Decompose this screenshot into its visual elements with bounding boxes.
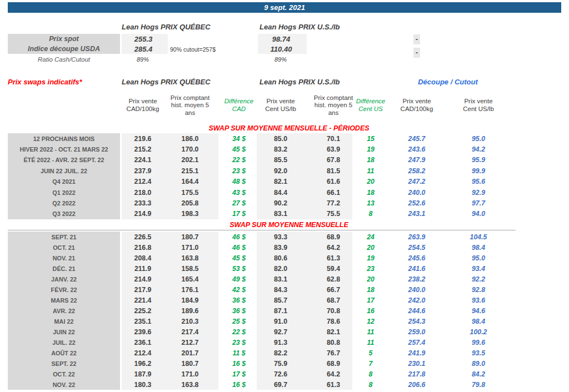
cell-prix-comptant-cad: 164.4 [182,177,199,187]
cell-difference-us: 24 [367,232,375,242]
cell-prix-comptant-cad: 205.8 [182,198,199,208]
cell-cutout-vente-us: 95.0 [472,133,485,144]
cell-difference-cad: 46 $ [232,242,246,253]
cell-cutout-vente-cad: 243.1 [408,209,426,219]
ratio-us-value: 89% [274,55,287,64]
swaps-us-header: Lean Hogs PRIX U.S./lb [259,78,340,86]
cell-prix-vente-cad: 237.9 [134,165,152,176]
cell-prix-vente-cad: 214.9 [134,209,152,219]
cell-prix-comptant-us: 61.6 [327,177,340,187]
cell-prix-comptant-cad: 184.9 [182,295,199,305]
ratio-cash-cutout-label: Ratio Cash/Cutout [8,55,120,64]
cell-difference-cad: 11 $ [232,348,245,358]
cell-difference-us: 15 [367,133,375,144]
cell-prix-vente-us: 75.9 [274,358,287,369]
us-section-header: Lean Hogs PRIX U.S./lb [259,23,340,31]
column-header-cutout-vente-us: Prix vente Cent US/lb [463,91,494,120]
cell-difference-us: 8 [369,369,373,379]
cell-difference-cad: 46 $ [232,232,246,242]
section-title-mensuelle: SWAP SUR MOYENNE MENSUELLE [229,221,348,229]
cell-prix-comptant-us: 64.2 [327,369,340,379]
swap-row: ÉTÉ 2022 - AVR. 22 SEPT. 22224.1202.122 … [0,155,569,165]
column-header-difference-cad: Différence CAD [224,91,253,120]
swap-row: SEPT. 22196.2180.716 $75.968.97230.189.0 [0,358,569,369]
swap-row: Q3 2022214.9198.317 $83.175.58243.194.0 [0,209,569,219]
cell-cutout-vente-cad: 240.0 [408,284,426,295]
cell-prix-vente-cad: 239.6 [134,326,152,337]
column-header-prix-comptant-us: Prix comptant hist. moyen 5 ans [314,91,353,120]
cell-difference-cad: 22 $ [232,155,246,165]
cell-prix-comptant-cad: 176.1 [182,284,199,295]
cell-prix-comptant-us: 78.6 [327,316,340,326]
cell-cutout-vente-us: 95.0 [472,253,485,263]
cell-prix-comptant-cad: 175.5 [182,187,199,198]
cell-prix-vente-us: 83.2 [274,144,287,154]
cell-prix-vente-cad: 208.4 [134,253,152,263]
swap-row: FÉVR. 22217.9176.142 $84.366.718240.092.… [0,284,569,295]
cell-prix-vente-cad: 235.1 [134,316,152,326]
cell-difference-cad: 53 $ [232,263,246,274]
row-label: MARS 22 [8,295,120,305]
row-label: OCT. 21 [8,242,120,253]
cell-difference-us: 5 [369,348,373,358]
cell-difference-us: 19 [367,144,375,154]
row-label: JUIL. 22 [8,337,120,348]
cell-prix-vente-cad: 236.1 [134,337,152,348]
cell-prix-vente-cad: 212.4 [134,177,152,187]
cell-cutout-vente-cad: 240.0 [408,187,426,198]
usda-cutout-placeholder: - [413,48,420,58]
cell-cutout-vente-us: 99.6 [472,337,485,348]
swaps-title: Prix swaps indicatifs* [8,78,82,86]
row-label: JANV. 22 [8,274,120,284]
swap-row: MARS 22221.4184.936 $85.768.717242.093.6 [0,295,569,305]
row-label: HIVER 2022 - OCT. 21 MARS 22 [8,144,120,154]
cell-difference-cad: 49 $ [232,274,246,284]
swap-row: JUIN 22239.6217.422 $92.782.111259.0100.… [0,326,569,337]
cell-cutout-vente-us: 89.0 [472,358,485,369]
cell-cutout-vente-cad: 245.6 [408,253,426,263]
cell-difference-us: 13 [367,198,375,208]
table-rows: SEPT. 21226.5180.746 $93.368.924263.9104… [0,232,569,390]
cell-prix-vente-cad: 225.2 [134,305,152,316]
cell-prix-comptant-us: 75.5 [327,209,340,219]
cell-prix-vente-us: 92.0 [274,165,287,176]
usda-cutout-us-value: 110.40 [271,44,292,54]
cell-cutout-vente-cad: 257.4 [408,337,426,348]
row-label: MAI 22 [8,316,120,326]
cell-cutout-vente-cad: 245.7 [408,133,426,144]
cell-difference-us: 12 [367,316,375,326]
cell-prix-comptant-us: 70.1 [327,133,340,144]
cell-cutout-vente-cad: 263.9 [408,232,426,242]
cell-cutout-vente-us: 98.4 [472,242,485,253]
cell-difference-us: 20 [367,177,375,187]
cell-difference-us: 11 [367,326,375,337]
cell-difference-cad: 36 $ [232,305,246,316]
row-label: DÉC. 21 [8,263,120,274]
cell-cutout-vente-cad: 254.3 [408,316,426,326]
cell-prix-vente-cad: 233.3 [134,198,152,208]
section-title-periodes: SWAP SUR MOYENNE MENSUELLE - PÉRIODES [208,124,369,132]
cell-difference-cad: 23 $ [232,337,246,348]
cell-prix-comptant-cad: 189.6 [182,305,199,316]
cell-prix-vente-us: 83.9 [274,242,287,253]
row-label: JUIN 22 [8,326,120,337]
cell-difference-us: 7 [369,358,373,369]
cell-prix-vente-us: 84.3 [274,284,287,295]
swap-table-mensuelle: SEPT. 21226.5180.746 $93.368.924263.9104… [0,232,569,390]
column-header-row: Prix vente CAD/100kgPrix comptant hist. … [0,91,569,120]
cell-cutout-vente-cad: 254.5 [408,242,426,253]
cell-prix-vente-us: 84.4 [274,187,287,198]
cell-prix-vente-us: 83.1 [274,209,287,219]
cell-prix-vente-cad: 217.9 [134,284,152,295]
cell-prix-vente-us: 91.0 [274,316,287,326]
cell-prix-vente-cad: 214.9 [134,274,152,284]
cell-prix-comptant-cad: 202.1 [182,155,199,165]
swap-row: OCT. 21216.8171.046 $83.964.220254.598.4 [0,242,569,253]
spot-price-label: Prix spot [8,34,120,44]
swap-row: AVR. 22225.2189.636 $87.170.816244.694.6 [0,305,569,316]
row-label: NOV. 21 [8,253,120,263]
spot-price-cutout-placeholder: - [413,34,420,44]
cell-cutout-vente-cad: 258.2 [408,165,426,176]
cell-difference-us: 8 [369,379,373,390]
cell-prix-vente-cad: 211.9 [134,263,151,274]
